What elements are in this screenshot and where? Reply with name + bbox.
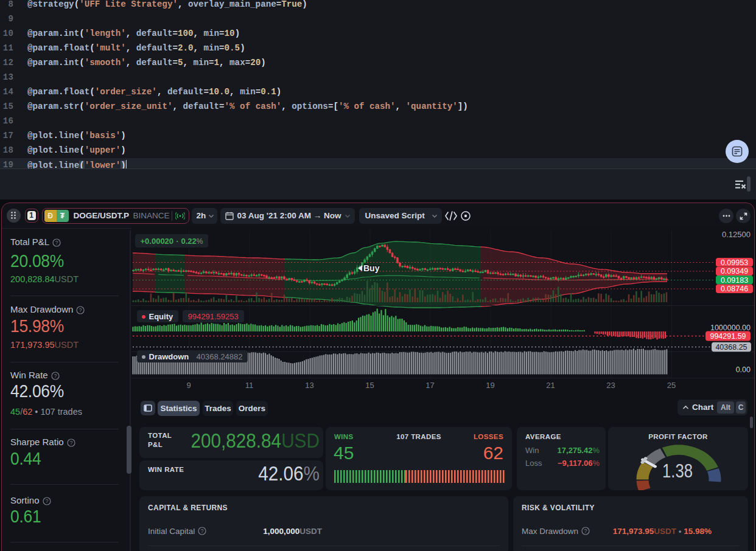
svg-text:9: 9: [186, 381, 191, 390]
svg-text:17: 17: [425, 381, 434, 390]
svg-text:40368.25: 40368.25: [715, 342, 747, 351]
svg-text:1.38: 1.38: [662, 460, 693, 482]
svg-text:?: ?: [79, 307, 82, 313]
svg-text:19: 19: [486, 381, 494, 390]
svg-text:25: 25: [667, 381, 675, 390]
svg-text:0.00: 0.00: [735, 366, 750, 374]
svg-text:23: 23: [606, 381, 615, 390]
svg-text:?: ?: [69, 440, 72, 446]
svg-text:11: 11: [245, 381, 253, 390]
svg-text:?: ?: [55, 240, 58, 246]
svg-text:994291.59: 994291.59: [710, 332, 746, 341]
svg-text:15: 15: [365, 381, 374, 390]
svg-text:Buy: Buy: [363, 263, 380, 273]
svg-text:1000000.00: 1000000.00: [710, 324, 750, 332]
svg-text:0.09953: 0.09953: [720, 258, 747, 266]
svg-text:?: ?: [54, 373, 57, 379]
svg-text:0.08746: 0.08746: [720, 285, 747, 293]
svg-text:0.09183: 0.09183: [720, 276, 747, 284]
svg-text:?: ?: [45, 498, 48, 504]
svg-text:0.12500: 0.12500: [722, 230, 751, 239]
svg-text:21: 21: [546, 381, 555, 390]
svg-text:13: 13: [305, 381, 313, 390]
svg-text:0.09349: 0.09349: [720, 267, 747, 276]
